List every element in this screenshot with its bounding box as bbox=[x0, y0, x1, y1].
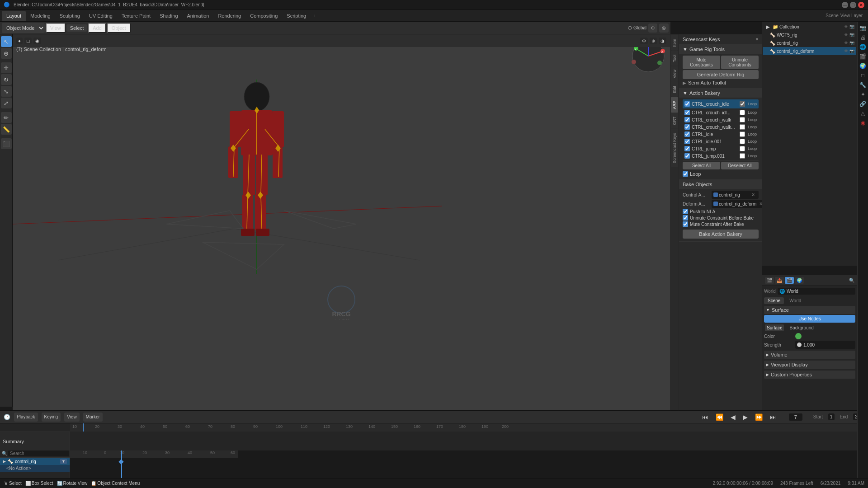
select-all-button[interactable]: Select All bbox=[683, 162, 720, 169]
deform-arm-clear[interactable]: × bbox=[757, 200, 762, 207]
n-tab-tool[interactable]: Tool bbox=[671, 51, 678, 66]
scale-tool-button[interactable]: ⤡ bbox=[1, 86, 12, 97]
action-checkbox-0[interactable] bbox=[684, 101, 690, 107]
loop-check-7[interactable] bbox=[740, 153, 745, 159]
tab-animation[interactable]: Animation bbox=[183, 11, 214, 21]
tab-uv-editing[interactable]: UV Editing bbox=[85, 11, 117, 21]
marker-menu-tl[interactable]: Marker bbox=[83, 413, 103, 422]
loop-check-4[interactable] bbox=[740, 131, 745, 137]
viewport-shading-wire[interactable]: ◻ bbox=[24, 38, 32, 44]
particles-tab[interactable]: ✦ bbox=[859, 90, 868, 99]
loop-check-3[interactable] bbox=[740, 124, 745, 130]
viewport-shading-rendered[interactable]: ◉ bbox=[33, 38, 41, 44]
maximize-button[interactable]: □ bbox=[850, 2, 856, 8]
action-item-2[interactable]: CTRL_crouch_walk Loop bbox=[683, 116, 759, 123]
action-checkbox-5[interactable] bbox=[684, 139, 690, 144]
object-mode-dropdown[interactable]: Object Mode bbox=[2, 23, 45, 33]
color-picker[interactable] bbox=[795, 333, 802, 339]
action-item-6[interactable]: CTRL_jump Loop bbox=[683, 145, 759, 152]
scene-tab[interactable]: 🎬 bbox=[859, 52, 868, 61]
strength-value[interactable]: 1.000 bbox=[795, 341, 855, 349]
dope-search-input[interactable] bbox=[8, 450, 69, 456]
action-item-0[interactable]: CTRL_crouch_idle Loop bbox=[683, 99, 759, 108]
scene-tab-btn[interactable]: Scene bbox=[764, 297, 784, 304]
volume-header[interactable]: ▶ Volume bbox=[764, 351, 855, 359]
n-tab-edit[interactable]: Edit bbox=[671, 82, 678, 97]
tab-compositing[interactable]: Compositing bbox=[245, 11, 282, 21]
view-menu-tl[interactable]: View bbox=[64, 413, 80, 422]
view-menu[interactable]: View bbox=[46, 23, 66, 33]
xray-button[interactable]: ◑ bbox=[659, 38, 666, 44]
sc-wgt-render-btn[interactable]: 📷 bbox=[849, 32, 854, 38]
surface-tab-btn[interactable]: Surface bbox=[765, 324, 784, 331]
generate-deform-rig-button[interactable]: Generate Deform Rig bbox=[683, 70, 759, 79]
snap-button[interactable]: ⊙ bbox=[648, 23, 657, 33]
world-value-field[interactable]: 🌐 World bbox=[778, 288, 855, 295]
close-button[interactable]: ✕ bbox=[858, 2, 864, 8]
screencast-keys-close[interactable]: × bbox=[755, 36, 759, 42]
view-layer-tab[interactable]: 🌐 bbox=[859, 42, 868, 52]
mute-constraints-button[interactable]: Mute Constraints bbox=[683, 56, 720, 69]
game-rig-tools-header[interactable]: ▼ Game Rig Tools bbox=[679, 45, 762, 54]
tab-modeling[interactable]: Modeling bbox=[26, 11, 55, 21]
sc-wgt-rig-row[interactable]: 🦴 WGT5_rig 👁 📷 bbox=[763, 31, 856, 39]
move-tool-button[interactable]: ✛ bbox=[1, 62, 12, 73]
tab-sculpting[interactable]: Sculpting bbox=[55, 11, 85, 21]
loop-check-1[interactable] bbox=[740, 110, 745, 115]
add-cube-button[interactable]: ⬛ bbox=[1, 138, 12, 149]
n-tab-item[interactable]: Item bbox=[671, 35, 678, 51]
add-workspace-button[interactable]: + bbox=[311, 12, 319, 20]
world-properties-tab[interactable]: 🌍 bbox=[795, 277, 804, 284]
custom-properties-header[interactable]: ▶ Custom Properties bbox=[764, 371, 855, 379]
action-bakery-header[interactable]: ▼ Action Bakery bbox=[679, 89, 762, 98]
mute-constraint-checkbox[interactable] bbox=[683, 221, 688, 227]
annotate-tool-button[interactable]: ✏ bbox=[1, 112, 12, 123]
n-tab-screencast[interactable]: Screencast Keys bbox=[671, 129, 678, 167]
data-tab[interactable]: △ bbox=[859, 109, 868, 118]
add-menu[interactable]: Add bbox=[88, 23, 106, 33]
action-checkbox-6[interactable] bbox=[684, 146, 690, 151]
world-tab[interactable]: 🌍 bbox=[859, 61, 868, 70]
track-options-btn[interactable]: ▼ bbox=[60, 459, 67, 464]
sc-wgt-vis-btn[interactable]: 👁 bbox=[843, 32, 849, 38]
proportional-edit-button[interactable]: ◎ bbox=[659, 23, 669, 33]
action-checkbox-2[interactable] bbox=[684, 117, 690, 122]
loop-check-6[interactable] bbox=[740, 146, 745, 151]
action-checkbox-3[interactable] bbox=[684, 124, 690, 130]
sc-deform-vis-btn[interactable]: 👁 bbox=[843, 48, 849, 54]
current-frame-counter[interactable]: 7 bbox=[789, 413, 802, 421]
rotate-tool-button[interactable]: ↻ bbox=[1, 74, 12, 85]
material-tab[interactable]: ◉ bbox=[859, 118, 868, 127]
constraints-tab[interactable]: 🔗 bbox=[859, 99, 868, 108]
reverse-play-button[interactable]: ◀ bbox=[729, 413, 737, 421]
minimize-button[interactable]: — bbox=[842, 2, 848, 8]
tab-scripting[interactable]: Scripting bbox=[282, 11, 311, 21]
modifier-tab[interactable]: 🔧 bbox=[859, 80, 868, 89]
loop-check-5[interactable] bbox=[740, 139, 745, 144]
viewport-options[interactable]: ⚙ bbox=[640, 38, 648, 44]
deform-arm-field[interactable]: control_rig_deform × bbox=[712, 200, 762, 208]
timeline-icon-button[interactable]: 🕐 bbox=[4, 414, 10, 420]
control-rig-track-label[interactable]: ▶ 🦴 control_rig ▼ bbox=[0, 458, 70, 465]
action-item-7[interactable]: CTRL_jump.001 Loop bbox=[683, 152, 759, 160]
object-tab[interactable]: □ bbox=[859, 71, 868, 80]
viewport-display-header[interactable]: ▶ Viewport Display bbox=[764, 361, 855, 369]
sc-deform-render-btn[interactable]: 📷 bbox=[849, 48, 854, 54]
jump-start-button[interactable]: ⏮ bbox=[700, 413, 710, 421]
deselect-all-button[interactable]: Deselect All bbox=[721, 162, 759, 169]
surface-section-header[interactable]: ▼ Surface bbox=[764, 306, 855, 314]
output-tab[interactable]: 🖨 bbox=[859, 33, 868, 42]
select-tool-button[interactable]: ↖ bbox=[1, 36, 12, 47]
unmute-constraint-checkbox[interactable] bbox=[683, 215, 688, 221]
bake-objects-header[interactable]: Bake Objects bbox=[679, 180, 762, 189]
world-tab-btn[interactable]: World bbox=[786, 297, 805, 304]
dope-sheet-content[interactable]: 🔍 ▼ ▶ 🦴 control_rig ▼ <No Action> -10 0 … bbox=[0, 450, 238, 479]
sc-ctrl-vis-btn[interactable]: 👁 bbox=[843, 40, 849, 46]
start-frame-value[interactable]: 1 bbox=[828, 413, 835, 420]
action-checkbox-1[interactable] bbox=[684, 110, 690, 115]
unmute-constraints-button[interactable]: Unmute Constraints bbox=[721, 56, 759, 69]
control-arm-clear[interactable]: × bbox=[750, 191, 757, 198]
tab-layout[interactable]: Layout bbox=[2, 11, 26, 21]
sc-collection-row[interactable]: ▶ 📁 Collection 👁 📷 bbox=[763, 23, 856, 31]
render-properties-tab[interactable]: 🎬 bbox=[765, 277, 774, 284]
